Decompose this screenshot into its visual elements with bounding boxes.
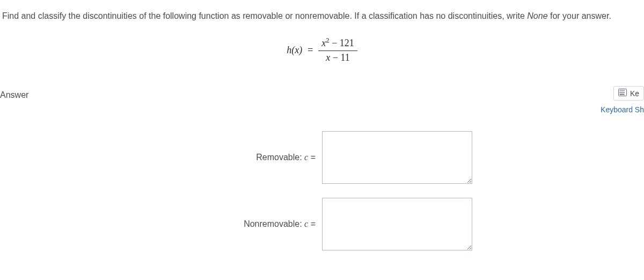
question-prompt-post: for your answer. xyxy=(548,11,611,20)
removable-row: Removable: c = xyxy=(0,131,644,184)
question-prompt: Find and classify the discontinuities of… xyxy=(0,0,644,23)
keypad-icon xyxy=(618,89,627,98)
nonremovable-row: Nonremovable: c = xyxy=(0,198,644,250)
question-prompt-pre: Find and classify the discontinuities of… xyxy=(2,11,527,20)
nonremovable-label-pre: Nonremovable: xyxy=(244,219,304,228)
svg-rect-1 xyxy=(619,90,620,91)
keypad-button[interactable]: Ke xyxy=(613,86,644,100)
numerator-const: 121 xyxy=(340,38,354,48)
question-prompt-italic: None xyxy=(527,11,547,20)
denominator-minus: − xyxy=(330,52,340,63)
equation-numerator: x2 − 121 xyxy=(318,37,357,49)
removable-eq: = xyxy=(308,153,316,162)
answer-heading: Answer xyxy=(0,90,28,100)
svg-rect-7 xyxy=(619,94,624,95)
keyboard-shortcuts-link[interactable]: Keyboard Sh xyxy=(601,105,644,114)
equation-denominator: x − 11 xyxy=(323,52,353,64)
equation-display: h(x) = x2 − 121 x − 11 xyxy=(0,37,644,63)
nonremovable-label: Nonremovable: c = xyxy=(15,219,316,229)
fraction-bar xyxy=(318,51,357,51)
equation-lhs: h(x) xyxy=(287,45,302,56)
removable-label: Removable: c = xyxy=(15,153,316,162)
equation-equals: = xyxy=(308,45,313,56)
svg-rect-6 xyxy=(623,92,624,93)
nonremovable-input[interactable] xyxy=(322,198,472,250)
nonremovable-eq: = xyxy=(308,219,316,228)
removable-input[interactable] xyxy=(322,131,472,184)
svg-rect-5 xyxy=(621,92,623,93)
svg-rect-4 xyxy=(619,92,620,93)
numerator-minus: − xyxy=(330,38,340,48)
keypad-label: Ke xyxy=(630,89,639,98)
svg-rect-2 xyxy=(621,90,623,91)
denominator-const: 11 xyxy=(340,52,349,63)
equation-fraction: x2 − 121 x − 11 xyxy=(318,37,357,63)
svg-rect-3 xyxy=(623,90,624,91)
answer-inputs-area: Removable: c = Nonremovable: c = xyxy=(0,131,644,264)
removable-label-pre: Removable: xyxy=(256,153,304,162)
